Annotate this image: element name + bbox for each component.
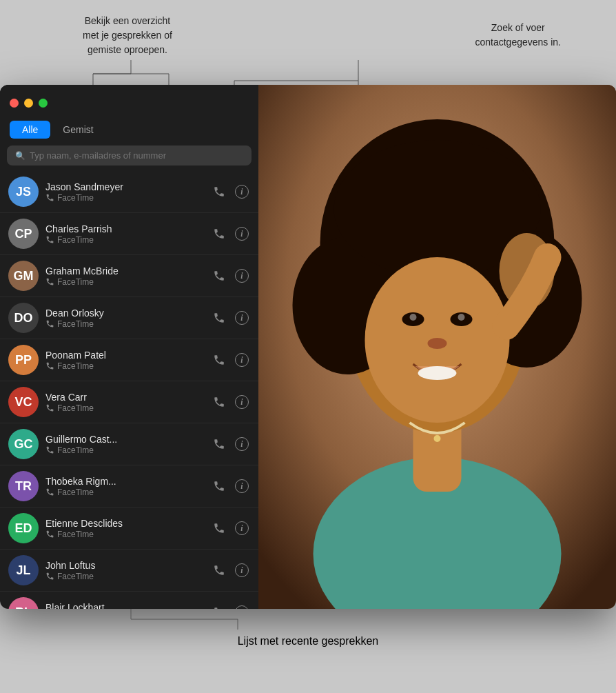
contact-item[interactable]: EDEtienne DesclidesFaceTimei xyxy=(0,508,258,550)
info-button[interactable]: i xyxy=(234,520,250,536)
avatar: TR xyxy=(8,471,39,501)
contact-sub: FaceTime xyxy=(45,277,205,287)
bottom-bracket xyxy=(0,609,616,630)
avatar: JL xyxy=(8,555,39,585)
phone-call-icon xyxy=(213,228,225,240)
call-button[interactable] xyxy=(212,479,227,494)
info-button[interactable]: i xyxy=(234,604,250,609)
sidebar: Alle Gemist 🔍 JSJason SandmeyerFaceTimei… xyxy=(0,85,258,609)
call-button[interactable] xyxy=(212,310,227,325)
avatar: JS xyxy=(8,177,39,207)
search-bar[interactable]: 🔍 xyxy=(7,145,251,165)
call-button[interactable] xyxy=(212,184,227,199)
contact-name: Vera Carr xyxy=(45,392,205,403)
phone-call-icon xyxy=(213,270,225,282)
contact-item[interactable]: CPCharles ParrishFaceTimei xyxy=(0,213,258,255)
contact-sub: FaceTime xyxy=(45,235,205,245)
phone-call-icon xyxy=(213,185,225,198)
avatar: DO xyxy=(8,303,39,333)
phone-icon xyxy=(45,319,54,328)
call-button[interactable] xyxy=(212,563,227,578)
contact-name: Etienne Desclides xyxy=(45,518,205,529)
phone-icon xyxy=(45,572,54,581)
contact-info: Dean OrloskyFaceTime xyxy=(45,308,205,329)
svg-point-21 xyxy=(428,338,447,349)
annotation-bottom: Lijst met recente gesprekken xyxy=(0,630,616,647)
info-icon: i xyxy=(235,311,249,325)
person-photo xyxy=(258,85,616,609)
contact-info: Jason SandmeyerFaceTime xyxy=(45,181,205,203)
contact-item[interactable]: GCGuillermo Cast...FaceTimei xyxy=(0,423,258,465)
phone-icon xyxy=(45,530,54,539)
tab-gemist[interactable]: Gemist xyxy=(50,121,105,139)
annotation-top-right: Zoek of voer contactgegevens in. xyxy=(475,21,561,57)
close-button[interactable] xyxy=(10,99,19,108)
contact-sub: FaceTime xyxy=(45,403,205,413)
info-button[interactable]: i xyxy=(234,394,250,410)
contact-item[interactable]: VCVera CarrFaceTimei xyxy=(0,381,258,423)
annotation-top-left: Bekijk een overzicht met je gesprekken o… xyxy=(83,14,172,57)
contact-item[interactable]: PPPoonam PatelFaceTimei xyxy=(0,339,258,381)
phone-call-icon xyxy=(213,480,225,492)
contact-sub: FaceTime xyxy=(45,572,205,581)
contact-item[interactable]: JLJohn LoftusFaceTimei xyxy=(0,550,258,592)
info-icon: i xyxy=(235,521,249,535)
svg-point-23 xyxy=(434,435,441,442)
info-button[interactable]: i xyxy=(234,268,250,284)
contact-sub: FaceTime xyxy=(45,445,205,455)
contact-info: Guillermo Cast...FaceTime xyxy=(45,434,205,455)
contact-item[interactable]: BLBlair LockhartFaceTimei xyxy=(0,592,258,609)
tab-alle[interactable]: Alle xyxy=(10,121,50,139)
info-button[interactable]: i xyxy=(234,478,250,494)
maximize-button[interactable] xyxy=(39,99,48,108)
contact-actions: i xyxy=(212,310,250,326)
avatar: BL xyxy=(8,597,39,609)
phone-call-icon xyxy=(213,396,225,408)
call-button[interactable] xyxy=(212,226,227,241)
contact-item[interactable]: DODean OrloskyFaceTimei xyxy=(0,297,258,339)
contact-name: Guillermo Cast... xyxy=(45,434,205,445)
photo-panel xyxy=(258,85,616,609)
phone-icon xyxy=(45,361,54,370)
contact-name: Dean Orlosky xyxy=(45,308,205,319)
call-button[interactable] xyxy=(212,352,227,368)
call-button[interactable] xyxy=(212,394,227,410)
annotation-bottom-text: Lijst met recente gesprekken xyxy=(238,635,379,647)
tab-bar: Alle Gemist xyxy=(0,121,258,145)
contact-actions: i xyxy=(212,225,250,242)
svg-point-19 xyxy=(410,314,417,321)
minimize-button[interactable] xyxy=(24,99,33,108)
contact-sub: FaceTime xyxy=(45,193,205,203)
contact-item[interactable]: JSJason SandmeyerFaceTimei xyxy=(0,171,258,213)
info-icon: i xyxy=(235,227,249,241)
contact-info: Blair LockhartFaceTime xyxy=(45,602,205,610)
contact-sub: FaceTime xyxy=(45,361,205,371)
phone-icon xyxy=(45,488,54,496)
contact-actions: i xyxy=(212,562,250,579)
info-button[interactable]: i xyxy=(234,562,250,579)
info-button[interactable]: i xyxy=(234,183,250,200)
contact-info: Graham McBrideFaceTime xyxy=(45,265,205,287)
info-button[interactable]: i xyxy=(234,352,250,368)
search-input[interactable] xyxy=(30,150,243,161)
contact-actions: i xyxy=(212,394,250,410)
contact-info: Etienne DesclidesFaceTime xyxy=(45,518,205,539)
contact-item[interactable]: TRThobeka Rigm...FaceTimei xyxy=(0,465,258,508)
phone-call-icon xyxy=(213,438,225,450)
phone-call-icon xyxy=(213,354,225,366)
info-button[interactable]: i xyxy=(234,225,250,242)
phone-call-icon xyxy=(213,522,225,534)
call-button[interactable] xyxy=(212,521,227,536)
call-button[interactable] xyxy=(212,436,227,452)
contact-name: Poonam Patel xyxy=(45,350,205,361)
contact-info: Thobeka Rigm...FaceTime xyxy=(45,476,205,497)
call-button[interactable] xyxy=(212,268,227,283)
info-button[interactable]: i xyxy=(234,436,250,452)
avatar: ED xyxy=(8,513,39,543)
info-icon: i xyxy=(235,269,249,283)
info-icon: i xyxy=(235,563,249,577)
info-button[interactable]: i xyxy=(234,310,250,326)
contact-actions: i xyxy=(212,183,250,200)
contact-item[interactable]: GMGraham McBrideFaceTimei xyxy=(0,255,258,297)
contact-list: JSJason SandmeyerFaceTimeiCPCharles Parr… xyxy=(0,171,258,609)
